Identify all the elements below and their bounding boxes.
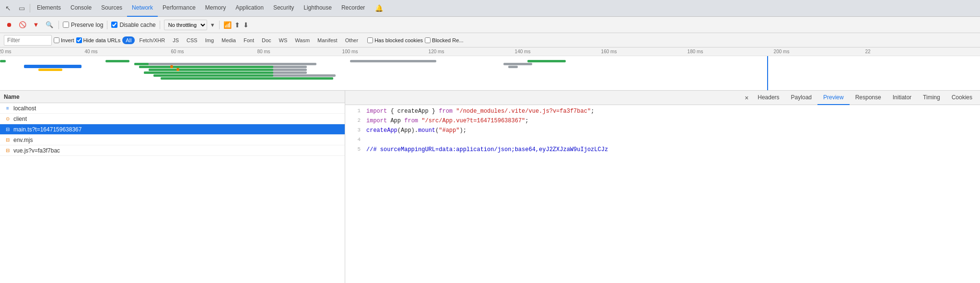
code-line: 5//# sourceMappingURL=data:application/j… bbox=[345, 145, 980, 155]
code-line: 2import App from "/src/App.vue?t=1647159… bbox=[345, 117, 980, 126]
ruler-mark-0: 20 ms bbox=[0, 49, 12, 54]
has-blocked-cookies-label[interactable]: Has blocked cookies bbox=[367, 37, 423, 43]
preserve-log-text: Preserve log bbox=[71, 22, 103, 28]
invert-checkbox-label[interactable]: Invert bbox=[54, 37, 74, 43]
tab-application[interactable]: Application bbox=[231, 0, 268, 17]
filter-icon[interactable]: ▼ bbox=[31, 20, 41, 30]
js-icon: ⊟ bbox=[4, 147, 12, 154]
hide-data-urls-checkbox-label[interactable]: Hide data URLs bbox=[76, 37, 121, 43]
ruler-mark-4: 100 ms bbox=[342, 49, 358, 54]
ruler-mark-10: 22 bbox=[865, 49, 870, 54]
disable-cache-label[interactable]: Disable cache bbox=[111, 22, 155, 28]
timeline-area: 20 ms40 ms60 ms80 ms100 ms120 ms140 ms16… bbox=[0, 47, 980, 91]
ruler-mark-8: 180 ms bbox=[688, 49, 703, 54]
filter-chip-media[interactable]: Media bbox=[218, 36, 239, 44]
tab-security[interactable]: Security bbox=[268, 0, 299, 17]
code-view: 1import { createApp } from "/node_module… bbox=[345, 105, 980, 283]
network-item-name: vue.js?v=fa3f7bac bbox=[13, 147, 60, 154]
ruler-mark-7: 160 ms bbox=[601, 49, 617, 54]
tab-separator-1 bbox=[30, 4, 30, 12]
doc-icon: ≡ bbox=[4, 105, 12, 112]
wifi-icon[interactable]: 📶 bbox=[223, 21, 232, 29]
network-list-body[interactable]: ≡localhost⊙client⊟main.ts?t=164715963836… bbox=[0, 103, 345, 283]
network-item-name: localhost bbox=[13, 105, 36, 112]
name-column-header: Name bbox=[4, 94, 20, 100]
download-icon[interactable]: ⬇ bbox=[243, 21, 249, 29]
timeline-ruler: 20 ms40 ms60 ms80 ms100 ms120 ms140 ms16… bbox=[0, 47, 980, 56]
code-line: 4 bbox=[345, 136, 980, 145]
filter-chip-all[interactable]: All bbox=[122, 36, 135, 44]
detail-panel: ×HeadersPayloadPreviewResponseInitiatorT… bbox=[345, 91, 980, 283]
disable-cache-checkbox[interactable] bbox=[111, 22, 117, 28]
tab-memory[interactable]: Memory bbox=[200, 0, 231, 17]
throttle-select[interactable]: No throttling bbox=[164, 20, 207, 30]
detail-tab-initiator[interactable]: Initiator bbox=[887, 91, 917, 105]
blocked-requests-checkbox[interactable] bbox=[425, 37, 431, 43]
network-list: Name ≡localhost⊙client⊟main.ts?t=1647159… bbox=[0, 91, 345, 283]
record-button[interactable]: ⏺ bbox=[4, 20, 14, 30]
ws-icon: ⊙ bbox=[4, 115, 12, 123]
line-number: 5 bbox=[349, 145, 361, 154]
line-number: 1 bbox=[349, 107, 361, 116]
line-number: 4 bbox=[349, 136, 361, 144]
tab-elements[interactable]: Elements bbox=[32, 0, 66, 17]
recorder-notify-icon: 🔔 bbox=[373, 2, 385, 14]
hide-data-urls-label: Hide data URLs bbox=[83, 37, 121, 43]
filter-chip-css[interactable]: CSS bbox=[183, 36, 201, 44]
filter-chip-wasm[interactable]: Wasm bbox=[292, 36, 313, 44]
detail-tab-payload[interactable]: Payload bbox=[785, 91, 817, 105]
network-item[interactable]: ≡localhost bbox=[0, 103, 345, 114]
upload-icon[interactable]: ⬆ bbox=[234, 21, 240, 29]
tab-sources[interactable]: Sources bbox=[96, 0, 127, 17]
detail-tab-headers[interactable]: Headers bbox=[752, 91, 785, 105]
tab-lighthouse[interactable]: Lighthouse bbox=[299, 0, 337, 17]
search-button[interactable]: 🔍 bbox=[44, 20, 55, 30]
tab-network[interactable]: Network bbox=[127, 0, 158, 17]
clear-button[interactable]: 🚫 bbox=[17, 20, 28, 30]
detail-tab-timing[interactable]: Timing bbox=[917, 91, 946, 105]
tab-console[interactable]: Console bbox=[66, 0, 96, 17]
device-icon[interactable]: ▭ bbox=[15, 2, 28, 14]
network-item[interactable]: ⊟vue.js?v=fa3f7bac bbox=[0, 145, 345, 156]
filter-chip-ws[interactable]: WS bbox=[276, 36, 291, 44]
blocked-requests-text: Blocked Re... bbox=[432, 37, 463, 43]
filter-chip-fetchxhr[interactable]: Fetch/XHR bbox=[136, 36, 168, 44]
detail-tab-response[interactable]: Response bbox=[850, 91, 887, 105]
detail-tab-cookies[interactable]: Cookies bbox=[946, 91, 978, 105]
detail-tab-preview[interactable]: Preview bbox=[817, 91, 850, 105]
separator-2 bbox=[107, 21, 107, 29]
filter-input[interactable] bbox=[4, 35, 52, 46]
has-blocked-cookies-text: Has blocked cookies bbox=[374, 37, 423, 43]
filter-chip-manifest[interactable]: Manifest bbox=[314, 36, 341, 44]
filter-chip-js[interactable]: JS bbox=[169, 36, 182, 44]
network-list-header: Name bbox=[0, 91, 345, 103]
network-item[interactable]: ⊟main.ts?t=1647159638367 bbox=[0, 124, 345, 135]
network-item-name: client bbox=[13, 116, 27, 122]
network-item-name: env.mjs bbox=[13, 137, 33, 143]
code-line: 1import { createApp } from "/node_module… bbox=[345, 107, 980, 117]
filter-chip-doc[interactable]: Doc bbox=[258, 36, 275, 44]
filter-chip-img[interactable]: Img bbox=[202, 36, 217, 44]
filter-chip-font[interactable]: Font bbox=[240, 36, 257, 44]
preserve-log-label[interactable]: Preserve log bbox=[63, 22, 103, 28]
has-blocked-cookies-checkbox[interactable] bbox=[367, 37, 373, 43]
blocked-requests-label[interactable]: Blocked Re... bbox=[425, 37, 463, 43]
cursor-icon[interactable]: ↖ bbox=[2, 2, 14, 14]
network-item[interactable]: ⊟env.mjs bbox=[0, 135, 345, 145]
ruler-mark-1: 40 ms bbox=[84, 49, 97, 54]
line-number: 2 bbox=[349, 117, 361, 125]
invert-checkbox[interactable] bbox=[54, 37, 59, 43]
separator-3 bbox=[160, 21, 160, 29]
preserve-log-checkbox[interactable] bbox=[63, 22, 69, 28]
close-detail-button[interactable]: × bbox=[741, 93, 752, 103]
code-content: import { createApp } from "/node_modules… bbox=[366, 107, 594, 116]
tab-recorder[interactable]: Recorder bbox=[337, 0, 370, 17]
ruler-mark-2: 60 ms bbox=[171, 49, 184, 54]
separator-4 bbox=[219, 21, 220, 29]
hide-data-urls-checkbox[interactable] bbox=[76, 37, 82, 43]
tab-performance[interactable]: Performance bbox=[158, 0, 200, 17]
network-toolbar: ⏺ 🚫 ▼ 🔍 Preserve log Disable cache No th… bbox=[0, 17, 980, 33]
code-content: import App from "/src/App.vue?t=16471596… bbox=[366, 117, 529, 126]
filter-chip-other[interactable]: Other bbox=[342, 36, 362, 44]
network-item[interactable]: ⊙client bbox=[0, 114, 345, 124]
